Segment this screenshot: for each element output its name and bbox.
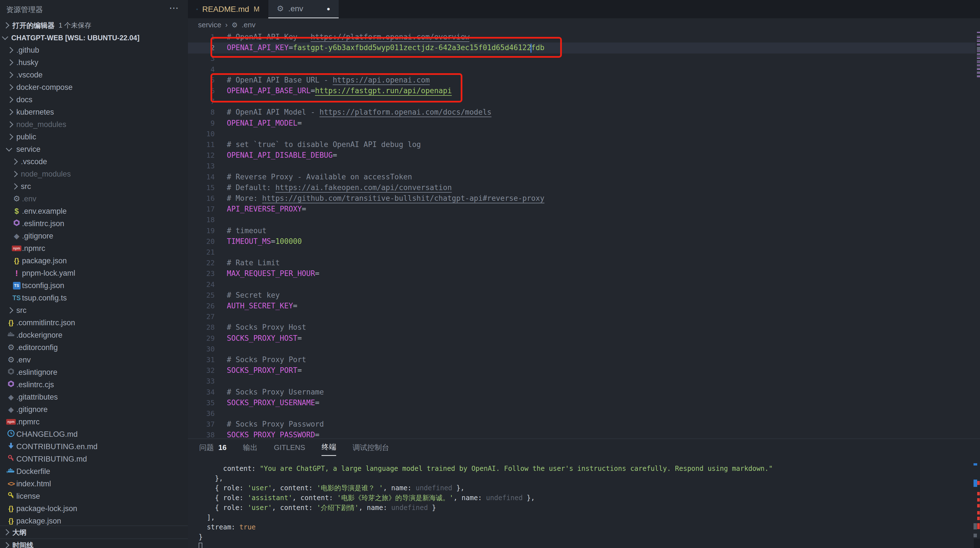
tree-file-package.json[interactable]: {}package.json xyxy=(0,254,188,267)
tree-folder-node_modules[interactable]: node_modules xyxy=(0,118,188,131)
tree-file-index.html[interactable]: <>index.html xyxy=(0,478,188,490)
minimap-line xyxy=(977,37,980,38)
breadcrumb-folder[interactable]: service xyxy=(198,21,221,29)
project-section[interactable]: CHATGPT-WEB [WSL: UBUNTU-22.04] xyxy=(0,32,191,44)
code-line-16[interactable]: 16# More: https://github.com/transitive-… xyxy=(188,193,980,204)
tree-file-tsconfig.json[interactable]: TStsconfig.json xyxy=(0,280,188,292)
tree-file-.editorconfig[interactable]: ⚙.editorconfig xyxy=(0,341,188,354)
braces-icon: {} xyxy=(8,319,14,327)
code-line-30[interactable]: 30 xyxy=(188,343,980,354)
code-line-32[interactable]: 32SOCKS_PROXY_PORT= xyxy=(188,365,980,376)
tree-file-.commitlintrc.json[interactable]: {}.commitlintrc.json xyxy=(0,316,188,329)
tree-file-tsup.config.ts[interactable]: TStsup.config.ts xyxy=(0,292,188,304)
line-number: 17 xyxy=(188,203,215,214)
code-line-17[interactable]: 17API_REVERSE_PROXY= xyxy=(188,203,980,214)
code-line-11[interactable]: 11# set `true` to disable OpenAI API deb… xyxy=(188,139,980,150)
code-line-8[interactable]: 8# OpenAI API Model - https://platform.o… xyxy=(188,107,980,118)
tree-file-package-lock.json[interactable]: {}package-lock.json xyxy=(0,502,188,515)
tree-folder-service[interactable]: service xyxy=(0,143,188,156)
scrollbar-thumb[interactable] xyxy=(974,534,977,537)
code-line-23[interactable]: 23MAX_REQUEST_PER_HOUR= xyxy=(188,268,980,279)
tree-file-.env[interactable]: ⚙.env xyxy=(0,192,188,205)
code-line-28[interactable]: 28# Socks Proxy Host xyxy=(188,322,980,333)
code-line-36[interactable]: 36 xyxy=(188,408,980,419)
tree-file-.gitignore[interactable]: ◆.gitignore xyxy=(0,230,188,242)
code-line-9[interactable]: 9OPENAI_API_MODEL= xyxy=(188,118,980,129)
tree-file-.gitignore[interactable]: ◆.gitignore xyxy=(0,403,188,416)
code-line-10[interactable]: 10 xyxy=(188,129,980,140)
tree-folder-.vscode[interactable]: .vscode xyxy=(0,156,188,168)
code-line-25[interactable]: 25# Secret key xyxy=(188,290,980,301)
code-line-38[interactable]: 38SOCKS_PROXY_PASSWORD= xyxy=(188,429,980,438)
tree-file-license[interactable]: license xyxy=(0,490,188,502)
code-line-26[interactable]: 26AUTH_SECRET_KEY= xyxy=(188,300,980,311)
code-line-29[interactable]: 29SOCKS_PROXY_HOST= xyxy=(188,333,980,344)
tree-file-.npmrc[interactable]: npm.npmrc xyxy=(0,416,188,428)
tab-output[interactable]: 输出 xyxy=(243,439,258,456)
tree-file-.env.example[interactable]: $.env.example xyxy=(0,205,188,218)
tab-terminal[interactable]: 终端 xyxy=(321,439,336,456)
code-editor[interactable]: 1# OpenAI API Key - https://platform.ope… xyxy=(188,32,980,438)
code-line-31[interactable]: 31# Socks Proxy Port xyxy=(188,354,980,365)
code-text: TIMEOUT_MS=100000 xyxy=(215,237,302,246)
tree-folder-public[interactable]: public xyxy=(0,131,188,143)
code-line-19[interactable]: 19# timeout xyxy=(188,225,980,236)
code-line-35[interactable]: 35SOCKS_PROXY_USERNAME= xyxy=(188,397,980,408)
tree-file-.npmrc[interactable]: npm.npmrc xyxy=(0,242,188,254)
tree-file-CONTRIBUTING.md[interactable]: CONTRIBUTING.md xyxy=(0,453,188,465)
open-editors-section[interactable]: 打开的编辑器 1 个未保存 xyxy=(0,19,191,32)
minimap-line xyxy=(977,44,980,45)
tree-folder-.vscode[interactable]: .vscode xyxy=(0,69,188,81)
tree-folder-.husky[interactable]: .husky xyxy=(0,56,188,69)
tree-folder-node_modules[interactable]: node_modules xyxy=(0,168,188,180)
code-line-15[interactable]: 15# Default: https://ai.fakeopen.com/api… xyxy=(188,182,980,193)
breadcrumb-file[interactable]: .env xyxy=(242,21,256,29)
timeline-section[interactable]: 时间线 xyxy=(0,538,191,548)
tree-file-CONTRIBUTING.en.md[interactable]: CONTRIBUTING.en.md xyxy=(0,440,188,453)
code-line-34[interactable]: 34# Socks Proxy Username xyxy=(188,387,980,398)
tab-problems[interactable]: 问题 16 xyxy=(199,439,226,456)
scrollbar-thumb[interactable] xyxy=(974,523,977,529)
code-line-13[interactable]: 13 xyxy=(188,160,980,172)
dirty-dot-icon[interactable]: ● xyxy=(326,5,330,12)
tab-gitlens[interactable]: GITLENS xyxy=(274,439,305,456)
code-line-27[interactable]: 27 xyxy=(188,311,980,322)
tab-env-active[interactable]: ⚙ .env ● xyxy=(268,0,339,18)
tree-file-.eslintrc.cjs[interactable]: .eslintrc.cjs xyxy=(0,378,188,391)
tab-readme[interactable]: README.md M xyxy=(188,0,268,18)
code-line-24[interactable]: 24 xyxy=(188,279,980,290)
scroll-corner xyxy=(974,539,980,548)
tree-folder-src[interactable]: src xyxy=(0,180,188,192)
tree-file-.eslintignore[interactable]: .eslintignore xyxy=(0,366,188,378)
tab-debug-console[interactable]: 调试控制台 xyxy=(353,439,389,456)
more-actions-icon[interactable]: ⋯ xyxy=(169,2,179,14)
npm-icon: npm xyxy=(6,419,16,425)
tree-folder-docs[interactable]: docs xyxy=(0,94,188,106)
code-line-22[interactable]: 22# Rate Limit xyxy=(188,257,980,268)
code-line-21[interactable]: 21 xyxy=(188,247,980,258)
tree-folder-src[interactable]: src xyxy=(0,304,188,316)
code-line-14[interactable]: 14# Reverse Proxy - Available on accessT… xyxy=(188,172,980,183)
tree-file-pnpm-lock.yaml[interactable]: !pnpm-lock.yaml xyxy=(0,267,188,280)
code-line-37[interactable]: 37# Socks Proxy Password xyxy=(188,419,980,430)
code-line-20[interactable]: 20TIMEOUT_MS=100000 xyxy=(188,236,980,247)
code-line-12[interactable]: 12OPENAI_API_DISABLE_DEBUG= xyxy=(188,150,980,161)
tree-file-.dockerignore[interactable]: .dockerignore xyxy=(0,329,188,341)
tree-file-.env[interactable]: ⚙.env xyxy=(0,354,188,366)
tree-file-Dockerfile[interactable]: Dockerfile xyxy=(0,465,188,478)
line-number: 35 xyxy=(188,397,215,408)
chevron-right-icon xyxy=(7,47,14,54)
gear-icon: ⚙ xyxy=(7,356,14,364)
tree-file-.eslintrc.json[interactable]: .eslintrc.json xyxy=(0,218,188,230)
tree-file-CHANGELOG.md[interactable]: CHANGELOG.md xyxy=(0,428,188,440)
tree-folder-kubernetes[interactable]: kubernetes xyxy=(0,106,188,118)
outline-section[interactable]: 大纲 xyxy=(0,526,191,538)
annotation-box-api-key xyxy=(210,37,562,58)
code-line-18[interactable]: 18 xyxy=(188,214,980,225)
tree-file-.gitattributes[interactable]: ◆.gitattributes xyxy=(0,391,188,403)
minimap-line xyxy=(977,32,980,32)
code-line-33[interactable]: 33 xyxy=(188,376,980,387)
tree-folder-docker-compose[interactable]: docker-compose xyxy=(0,81,188,94)
tree-item-label: docs xyxy=(16,95,32,104)
tree-folder-.github[interactable]: .github xyxy=(0,44,188,56)
